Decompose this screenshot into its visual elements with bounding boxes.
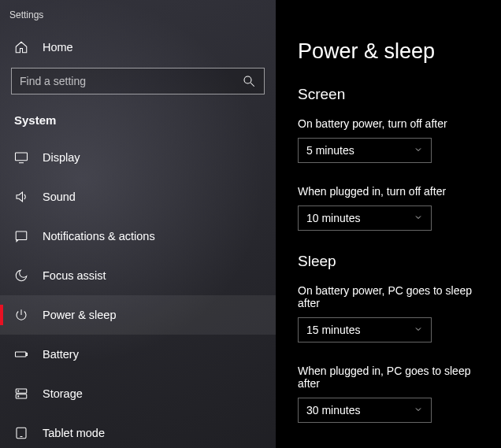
- home-icon: [14, 40, 28, 54]
- select-value: 15 minutes: [306, 324, 360, 336]
- nav-item-label: Notifications & actions: [43, 230, 155, 243]
- nav-item-label: Focus assist: [43, 269, 106, 282]
- nav-item-label: Tablet mode: [43, 427, 105, 439]
- focus-icon: [14, 268, 28, 283]
- dropdown-select[interactable]: 30 minutes: [298, 398, 432, 423]
- field-label: On battery power, turn off after: [298, 117, 479, 130]
- sound-icon: [14, 190, 28, 204]
- chevron-down-icon: [414, 324, 423, 336]
- chevron-down-icon: [414, 404, 423, 417]
- window-title: Settings: [0, 6, 276, 31]
- nav-item-display[interactable]: Display: [0, 138, 276, 177]
- dropdown-select[interactable]: 15 minutes: [298, 317, 432, 342]
- nav-item-notifications-actions[interactable]: Notifications & actions: [0, 217, 276, 256]
- nav-item-sound[interactable]: Sound: [0, 177, 276, 217]
- nav-item-tablet-mode[interactable]: Tablet mode: [0, 413, 276, 448]
- nav-item-label: Storage: [43, 387, 83, 400]
- notifications-icon: [14, 229, 28, 243]
- settings-group: ScreenOn battery power, turn off after5 …: [298, 86, 479, 231]
- home-label: Home: [43, 41, 73, 54]
- search-input[interactable]: [20, 75, 242, 87]
- battery-icon: [14, 347, 28, 361]
- main-content: Power & sleep ScreenOn battery power, tu…: [276, 0, 501, 448]
- svg-point-0: [244, 76, 251, 83]
- field-label: When plugged in, turn off after: [298, 185, 479, 198]
- dropdown-select[interactable]: 5 minutes: [298, 138, 432, 163]
- group-title: Sleep: [298, 253, 479, 270]
- dropdown-select[interactable]: 10 minutes: [298, 205, 432, 231]
- chevron-down-icon: [414, 212, 423, 224]
- chevron-down-icon: [414, 144, 423, 157]
- nav-item-battery[interactable]: Battery: [0, 335, 276, 374]
- group-title: Screen: [298, 86, 479, 103]
- nav-item-label: Power & sleep: [43, 309, 117, 321]
- search-input-container[interactable]: [11, 68, 265, 94]
- select-value: 10 minutes: [306, 212, 360, 224]
- nav-item-storage[interactable]: Storage: [0, 374, 276, 413]
- display-icon: [14, 150, 28, 165]
- section-title: System: [0, 106, 276, 138]
- home-button[interactable]: Home: [0, 31, 276, 63]
- settings-group: SleepOn battery power, PC goes to sleep …: [298, 253, 479, 423]
- power-icon: [14, 308, 28, 322]
- field-label: When plugged in, PC goes to sleep after: [298, 365, 479, 390]
- page-title: Power & sleep: [298, 39, 479, 64]
- select-value: 5 minutes: [306, 144, 354, 157]
- nav-item-label: Battery: [43, 348, 79, 361]
- field-label: On battery power, PC goes to sleep after: [298, 284, 479, 309]
- nav-item-power-sleep[interactable]: Power & sleep: [0, 295, 276, 335]
- tablet-icon: [14, 426, 28, 440]
- sidebar: Settings Home System DisplaySoundNotific…: [0, 0, 276, 448]
- select-value: 30 minutes: [306, 404, 360, 417]
- svg-line-1: [250, 83, 254, 87]
- search-icon: [242, 74, 256, 88]
- nav-item-label: Sound: [43, 191, 76, 203]
- nav-item-focus-assist[interactable]: Focus assist: [0, 256, 276, 295]
- nav-item-label: Display: [43, 151, 80, 164]
- storage-icon: [14, 387, 28, 401]
- nav-list: DisplaySoundNotifications & actionsFocus…: [0, 138, 276, 448]
